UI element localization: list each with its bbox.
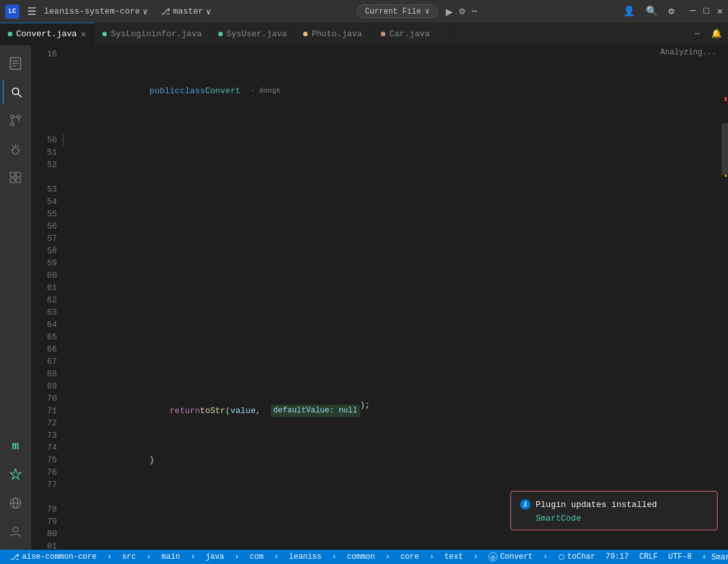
status-bar: ⎇ aise-common-core › src › main › java ›… <box>0 550 728 564</box>
status-tochar-method[interactable]: ⬡ toChar <box>553 550 600 564</box>
status-main[interactable]: src <box>117 550 141 564</box>
activity-smartcode[interactable]: m <box>3 433 28 459</box>
status-src[interactable]: › <box>102 550 117 564</box>
status-tochar-label: toChar <box>567 552 595 561</box>
status-com[interactable]: java <box>200 550 229 564</box>
tab-label: Photo.java <box>312 29 362 39</box>
code-content[interactable]: public class Convert · dongk return toSt… <box>63 45 719 550</box>
activity-account[interactable] <box>3 519 28 545</box>
code-line: return toStr(value, defaultValue: null); <box>63 405 719 417</box>
notification-title-text: Plugin updates installed <box>536 500 657 510</box>
status-encoding[interactable]: UTF-8 <box>663 550 697 564</box>
status-sep8: › <box>468 550 483 564</box>
hamburger-icon[interactable]: ☰ <box>25 4 39 19</box>
status-sep4: › <box>269 550 284 564</box>
svg-rect-14 <box>16 172 21 177</box>
maximize-button[interactable]: □ <box>703 6 709 17</box>
status-sep2: › <box>185 550 200 564</box>
minimize-button[interactable]: ─ <box>690 6 696 17</box>
status-branch[interactable]: ⎇ aise-common-core <box>5 550 102 564</box>
activity-plugin[interactable] <box>3 462 28 488</box>
window-controls: ─ □ ✕ <box>690 5 723 17</box>
scrollbar-track[interactable] <box>719 45 728 550</box>
search-icon[interactable]: 🔍 <box>646 5 658 17</box>
tab-photo-java[interactable]: Photo.java <box>295 23 373 45</box>
notification-title: i Plugin updates installed <box>520 499 708 510</box>
warning-marker <box>725 175 727 177</box>
svg-point-6 <box>11 115 14 118</box>
status-right: 79:17 CRLF UTF-8 ⚡ SmartCode 4 spaces 🔔 <box>600 550 728 564</box>
line-numbers: 16 50 51 52 53 54 55 56 57 58 <box>31 45 63 550</box>
status-core[interactable]: common <box>342 550 380 564</box>
activity-git[interactable] <box>3 107 28 133</box>
tab-dot <box>8 32 12 36</box>
tab-label: Convert.java <box>16 29 77 39</box>
status-left: ⎇ aise-common-core › src › main › java ›… <box>5 550 600 564</box>
svg-point-8 <box>11 123 14 126</box>
scrollbar-thumb[interactable] <box>722 123 728 175</box>
branch-info[interactable]: ⎇ master ∨ <box>161 6 211 17</box>
debug-button[interactable]: ⚙ <box>459 5 465 17</box>
status-position[interactable]: 79:17 <box>600 550 634 564</box>
status-crlf[interactable]: CRLF <box>634 550 663 564</box>
status-text[interactable]: core <box>395 550 424 564</box>
error-marker <box>725 97 727 101</box>
svg-point-4 <box>12 88 19 95</box>
status-convert-class[interactable]: ◎ Convert <box>483 550 538 564</box>
project-name[interactable]: leaniss-system-core ∨ <box>44 6 148 17</box>
tab-dot <box>102 32 107 36</box>
title-bar: LC ☰ leaniss-system-core ∨ ⎇ master ∨ Cu… <box>0 0 728 23</box>
status-convert-path[interactable]: text <box>439 550 468 564</box>
tab-dot <box>218 32 223 36</box>
code-line: } <box>63 454 719 466</box>
close-button[interactable]: ✕ <box>717 5 723 17</box>
run-button[interactable]: ▶ <box>446 5 453 19</box>
plugin-notification: i Plugin updates installed SmartCode <box>510 491 718 530</box>
more-button[interactable]: ⋯ <box>472 5 477 17</box>
tab-car-java[interactable]: Car.java <box>373 23 451 45</box>
status-sep3: › <box>229 550 244 564</box>
tab-convert-java[interactable]: Convert.java ✕ <box>0 23 95 45</box>
main-area: m Analyzing... <box>0 45 728 550</box>
code-line: public class Convert · dongk <box>63 85 719 97</box>
title-bar-left: LC ☰ leaniss-system-core ∨ ⎇ master ∨ <box>5 4 211 19</box>
svg-rect-15 <box>10 178 15 183</box>
status-sep1: › <box>141 550 156 564</box>
notification-bell[interactable]: 🔔 <box>705 23 728 45</box>
tab-label: SysUser.java <box>227 29 288 39</box>
activity-remote[interactable] <box>3 490 28 516</box>
status-sep6: › <box>380 550 395 564</box>
status-smartcode[interactable]: ⚡ SmartCode <box>697 550 728 564</box>
activity-extensions[interactable] <box>3 164 28 190</box>
status-java[interactable]: main <box>156 550 185 564</box>
tab-label: Car.java <box>389 29 429 39</box>
account-icon[interactable]: 👤 <box>623 5 635 17</box>
svg-point-21 <box>13 527 18 532</box>
status-sep5: › <box>327 550 342 564</box>
tab-close[interactable]: ✕ <box>81 28 86 39</box>
tab-sysuser-java[interactable]: SysUser.java <box>210 23 296 45</box>
status-common[interactable]: leaniss <box>284 550 326 564</box>
status-sep9: › <box>538 550 553 564</box>
tab-more-button[interactable]: ⋯ <box>689 23 705 45</box>
activity-bar: m <box>0 45 31 550</box>
svg-rect-16 <box>16 178 21 183</box>
status-leaniss[interactable]: com <box>244 550 269 564</box>
notification-info-icon: i <box>520 499 530 510</box>
editor-area: Analyzing... 16 50 51 52 53 54 55 <box>31 45 728 550</box>
status-convert-label: Convert <box>500 552 532 561</box>
status-sep7: › <box>424 550 439 564</box>
app-logo: LC <box>5 5 19 19</box>
activity-explorer[interactable] <box>3 51 28 76</box>
notification-link[interactable]: SmartCode <box>520 513 581 523</box>
code-editor[interactable]: Analyzing... 16 50 51 52 53 54 55 <box>31 45 728 550</box>
activity-search[interactable] <box>3 79 28 105</box>
activity-debug[interactable] <box>3 136 28 162</box>
tab-label: SysLogininfor.java <box>111 29 201 39</box>
tab-syslogininfor-java[interactable]: SysLogininfor.java <box>95 23 210 45</box>
run-config[interactable]: Current File ∨ <box>357 5 438 18</box>
tab-bar: Convert.java ✕ SysLogininfor.java SysUse… <box>0 23 728 45</box>
settings-icon[interactable]: ⚙ <box>668 5 674 17</box>
tab-dot <box>303 32 308 36</box>
title-right: 👤 🔍 ⚙ ─ □ ✕ <box>623 5 723 17</box>
